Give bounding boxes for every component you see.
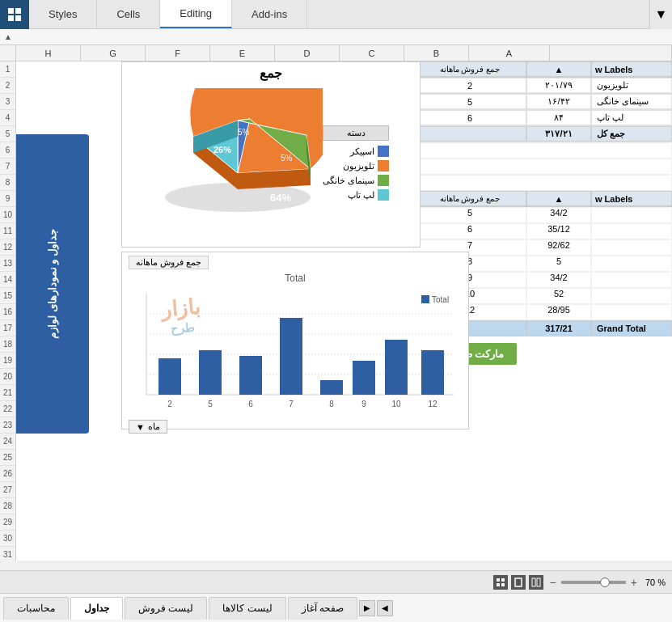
toolbar-styles[interactable]: Styles [29,0,97,28]
toolbar: Styles Cells Editing Add-ins ▼ [0,0,672,29]
tab-tables[interactable]: جداول [70,597,123,620]
cell-a3[interactable]: سینمای خانگی [591,94,672,109]
cell-b3[interactable]: ۱۶/۴۲ [526,94,591,109]
pie-chart-title: جمع [122,62,420,84]
toolbar-cells[interactable]: Cells [97,0,160,28]
normal-view-icon[interactable] [493,575,508,590]
row-18: 18 [0,336,15,353]
cell-c2[interactable]: 2 [413,78,526,93]
col-a2-header[interactable]: w Labels [591,191,672,206]
svg-text:8: 8 [329,400,334,408]
cell-a5-total[interactable]: جمع کل [591,126,672,142]
col-b2-header[interactable]: ▲ [526,191,591,206]
cell-b4[interactable]: ۸۴ [526,110,591,125]
cell-b5-total[interactable]: ۳۱۷/۲۱ [526,126,591,142]
bar-chart-title: جمع فروش ماهانه [129,256,209,269]
svg-text:10: 10 [391,400,401,408]
svg-rect-0 [8,8,14,14]
row-28: 28 [0,498,15,514]
svg-rect-21 [385,340,408,395]
svg-rect-1 [15,8,21,14]
col-d[interactable]: D [275,45,340,61]
tab-next-button[interactable]: ▶ [359,600,375,616]
bar-chart-title-row: جمع فروش ماهانه [122,252,468,273]
row-8: 8 [0,175,15,191]
row-15: 15 [0,288,15,304]
month-filter-button[interactable]: ماه ▼ [129,420,167,434]
svg-rect-31 [421,295,429,303]
svg-rect-20 [353,361,375,395]
row-22: 22 [0,401,15,417]
col-g[interactable]: G [81,45,146,61]
collapse-button[interactable]: ▲ [0,31,16,44]
svg-rect-33 [497,578,500,582]
row-7: 7 [0,159,15,175]
cell-c3[interactable]: 5 [413,94,526,109]
tab-home[interactable]: صفحه آغاز [288,597,357,620]
cell-a4[interactable]: لپ تاپ [591,110,672,125]
zoom-minus-button[interactable]: − [550,576,556,589]
month-dropdown-icon: ▼ [136,422,145,432]
legend-item-home: سینمای خانگی [323,175,389,186]
row-19: 19 [0,353,15,369]
col-f[interactable]: F [146,45,210,61]
row-17: 17 [0,320,15,336]
row-1: 1 [0,61,15,78]
col-c[interactable]: C [340,45,404,61]
row-23: 23 [0,417,15,434]
svg-rect-22 [421,350,444,395]
toolbar-addins[interactable]: Add-ins [232,0,307,28]
zoom-plus-button[interactable]: + [631,576,637,589]
col-b-header[interactable]: ▲ [526,61,591,77]
svg-text:26%: 26% [213,145,231,154]
row-3: 3 [0,94,15,110]
col-extra [550,45,672,61]
tab-prev-button[interactable]: ◀ [377,600,393,616]
row-24: 24 [0,434,15,450]
pie-chart-wrapper: 26% 64% 5% 5% دسته اسپیکر تلویزیون [122,84,420,242]
cell-c4[interactable]: 6 [413,110,526,125]
cell-c5-total[interactable] [413,126,526,142]
column-headers: H G F E D C B A [0,45,672,61]
legend-label-speaker: اسپیکر [350,146,374,157]
legend-color-home [378,175,389,186]
page-break-icon[interactable] [529,575,543,590]
app-logo [0,0,29,29]
legend-color-tv [378,160,389,171]
tab-products[interactable]: لیست کالاها [209,597,285,620]
month-filter: ماه ▼ [122,418,468,435]
row-11: 11 [0,223,15,239]
col-c2-header[interactable]: جمع فروش ماهانه [413,191,526,206]
col-e[interactable]: E [210,45,275,61]
svg-rect-35 [497,583,500,586]
col-h[interactable]: H [16,45,81,61]
legend-item-speaker: اسپیکر [323,146,389,157]
col-a-header[interactable]: w Labels [591,61,672,77]
row-20: 20 [0,369,15,385]
sheet-tabs: ◀ ▶ صفحه آغاز لیست کالاها لیست فروش جداو… [0,593,672,622]
toolbar-chevron[interactable]: ▼ [649,0,672,29]
page-layout-icon[interactable] [511,575,526,590]
col-a[interactable]: A [469,45,550,61]
col-b[interactable]: B [404,45,469,61]
tab-navigation: ◀ ▶ [359,600,393,616]
bar-total-label: Total [122,273,468,284]
svg-rect-18 [280,318,302,395]
row-10: 10 [0,207,15,223]
tab-sales[interactable]: لیست فروش [125,597,207,620]
toolbar-groups: Styles Cells Editing Add-ins [29,0,649,28]
legend-item-laptop: لپ تاپ [323,189,389,201]
toolbar-editing[interactable]: Editing [160,0,232,28]
col-c-header[interactable]: جمع فروش ماهانه [413,61,526,77]
zoom-slider-thumb[interactable] [600,578,610,587]
tab-calculations[interactable]: محاسبات [3,597,69,620]
cell-a2[interactable]: تلویزیون [591,78,672,93]
svg-text:5%: 5% [281,154,293,163]
legend-label-tv: تلویزیون [343,161,374,171]
month-filter-label: ماه [148,421,160,432]
zoom-slider[interactable] [561,581,626,584]
legend-label-laptop: لپ تاپ [348,190,374,201]
svg-rect-37 [515,578,522,586]
cell-b2[interactable]: ۲۰۱/۷۹ [526,78,591,93]
svg-rect-36 [501,583,505,586]
